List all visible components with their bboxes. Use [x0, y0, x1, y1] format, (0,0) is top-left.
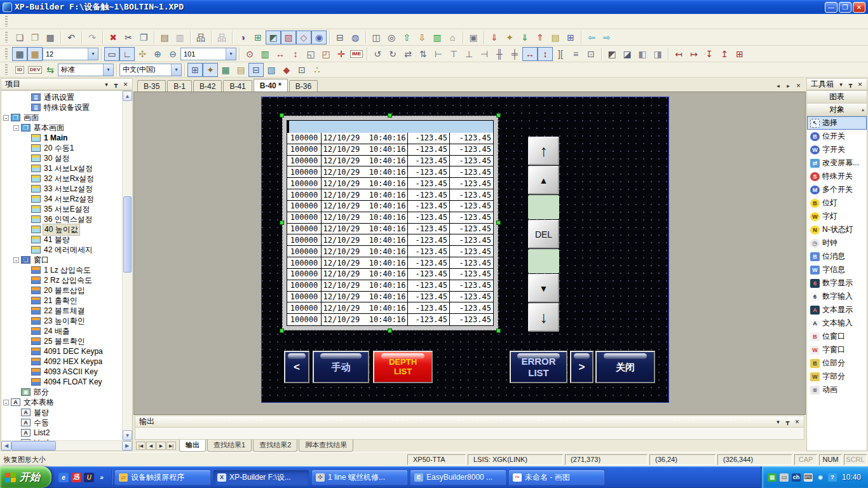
- transfer-download[interactable]: ⇓: [487, 30, 502, 44]
- panel-pin-button[interactable]: ┳: [111, 80, 121, 89]
- scroll-thumb[interactable]: [123, 196, 132, 273]
- color-settings[interactable]: ◑: [235, 30, 250, 44]
- tree-item[interactable]: 42 에러메세지: [1, 245, 122, 255]
- tree-item[interactable]: A List2: [1, 428, 122, 438]
- toolbox-item[interactable]: B 位灯: [807, 196, 867, 210]
- resize-frame[interactable]: ⊞: [250, 30, 266, 44]
- combo-arrow-icon[interactable]: [171, 64, 181, 76]
- output-tab[interactable]: 脚本查找结果: [299, 440, 353, 452]
- download-to-device[interactable]: ⇩: [414, 30, 430, 44]
- stretch-right[interactable]: ↦: [686, 47, 702, 61]
- output-nav-prev-button[interactable]: ◀: [146, 442, 156, 450]
- separator[interactable]: [187, 30, 193, 44]
- tab-scroll-left-button[interactable]: ◂: [773, 81, 783, 90]
- ungroup[interactable]: 品: [214, 30, 229, 44]
- cross-reference[interactable]: ⇆: [43, 63, 58, 77]
- separator[interactable]: [79, 30, 85, 44]
- tree-item[interactable]: - A 文本表格: [1, 397, 122, 407]
- grid-toggle[interactable]: ▦: [12, 47, 27, 61]
- toolbox-item[interactable]: B 位窗口: [807, 330, 867, 343]
- toolbox-item[interactable]: ⇄ 改变屏幕...: [807, 156, 867, 170]
- tree-item[interactable]: 20 볼트삽입: [1, 285, 122, 295]
- tree-item[interactable]: 4092 HEX Keypa: [1, 356, 122, 367]
- separator[interactable]: [327, 30, 332, 44]
- project-panel-toggle[interactable]: ⊞: [187, 63, 203, 77]
- scroll-left-icon[interactable]: ◀: [1, 441, 11, 451]
- panel-close-button[interactable]: ✕: [121, 80, 130, 89]
- tree-item[interactable]: 34 서보Rz설정: [1, 194, 122, 204]
- pan-hand[interactable]: ✣: [135, 47, 150, 61]
- toolbox-item[interactable]: W 字信息: [807, 263, 867, 276]
- rotate-right[interactable]: ↻: [385, 47, 400, 61]
- separator[interactable]: [599, 47, 604, 61]
- group[interactable]: 品: [193, 30, 208, 44]
- toolbox-item[interactable]: N N-状态灯: [807, 223, 867, 236]
- tree-item[interactable]: A 수동: [1, 417, 122, 428]
- tray-input-ch[interactable]: ch: [792, 473, 801, 482]
- tree-item[interactable]: ▣ 部分: [1, 387, 122, 397]
- same-width[interactable]: ↔: [522, 47, 538, 61]
- tree-item[interactable]: - ❐ 画面: [1, 112, 122, 123]
- stretch-left[interactable]: ↤: [671, 47, 686, 61]
- scroll-down-icon[interactable]: ▼: [123, 430, 132, 440]
- tree-item[interactable]: 30 설정: [1, 153, 122, 163]
- align-left[interactable]: ⊢: [431, 47, 446, 61]
- toolbox-item[interactable]: A 文本显示: [807, 303, 867, 316]
- tree-item[interactable]: 25 볼트확인: [1, 336, 122, 346]
- paste[interactable]: ▤: [157, 30, 172, 44]
- manual-button[interactable]: 手动: [313, 351, 369, 383]
- image-library[interactable]: ▧: [264, 63, 279, 77]
- quick-launch-app-dark[interactable]: U: [84, 473, 94, 482]
- stretch-up[interactable]: ↥: [717, 47, 732, 61]
- tree-item[interactable]: 21 홀확인: [1, 295, 122, 306]
- panel-close-button[interactable]: ✕: [855, 80, 865, 89]
- separator[interactable]: [665, 47, 671, 61]
- separator[interactable]: [100, 30, 105, 44]
- transfer-settings[interactable]: ✦: [502, 30, 517, 44]
- cut[interactable]: ✂: [121, 30, 136, 44]
- menu-item[interactable]: [35, 20, 46, 24]
- tree-item[interactable]: - ❐ 基本画面: [1, 123, 122, 133]
- separator[interactable]: [578, 30, 584, 44]
- copy[interactable]: ❒: [136, 30, 151, 44]
- export-device[interactable]: ▤: [548, 30, 563, 44]
- screen-frame[interactable]: ▭: [104, 47, 119, 61]
- undo[interactable]: ↶: [64, 30, 79, 44]
- rotate-left[interactable]: ↺: [370, 47, 385, 61]
- panel-dropdown-button[interactable]: ▾: [836, 80, 846, 89]
- tree-item[interactable]: - ❏ 窗口: [1, 255, 122, 265]
- menu-item[interactable]: [104, 20, 115, 24]
- space-vertical[interactable]: ≡: [568, 47, 583, 61]
- select-rectangle[interactable]: ▧: [281, 30, 296, 44]
- separator[interactable]: [114, 63, 119, 77]
- toolbox-item[interactable]: M 多个开关: [807, 183, 867, 196]
- toolbar-grip[interactable]: [5, 48, 8, 59]
- screen-tab[interactable]: B-41: [223, 80, 252, 92]
- menu-item[interactable]: [24, 20, 35, 24]
- separator[interactable]: [182, 63, 187, 77]
- depth-list-button[interactable]: DEPTH LIST: [373, 351, 433, 383]
- output-nav-first-button[interactable]: |◀: [136, 442, 146, 450]
- print[interactable]: ⊟: [332, 30, 348, 44]
- ime-mode[interactable]: IME: [349, 47, 364, 61]
- toolbox-item[interactable]: B 位开关: [807, 130, 867, 143]
- maximize-button[interactable]: ❐: [839, 2, 851, 13]
- separator[interactable]: [481, 30, 487, 44]
- bring-forward[interactable]: ◧: [635, 47, 650, 61]
- tree-item[interactable]: 23 높이확인: [1, 316, 122, 326]
- toolbar-grip[interactable]: [5, 64, 8, 75]
- output-nav-next-button[interactable]: ▶: [156, 442, 166, 450]
- align-top[interactable]: ⊤: [446, 47, 461, 61]
- tree-item[interactable]: 4093 ASCII Key: [1, 367, 122, 377]
- tree-item[interactable]: 4091 DEC Keypa: [1, 346, 122, 356]
- menu-item[interactable]: [81, 20, 92, 24]
- align-bottom[interactable]: ⊥: [461, 47, 477, 61]
- panel-close-button[interactable]: ✕: [792, 417, 802, 426]
- print-preview[interactable]: ◍: [348, 30, 363, 44]
- tree-vertical-scrollbar[interactable]: ▲ ▼: [122, 91, 132, 440]
- toolbox-panel-toggle[interactable]: ✦: [203, 63, 218, 77]
- panel-dropdown-button[interactable]: ▾: [102, 80, 111, 89]
- data-report[interactable]: ◫: [369, 30, 384, 44]
- tree-item[interactable]: 33 서보Lz설정: [1, 184, 122, 194]
- menu-item[interactable]: [69, 20, 81, 24]
